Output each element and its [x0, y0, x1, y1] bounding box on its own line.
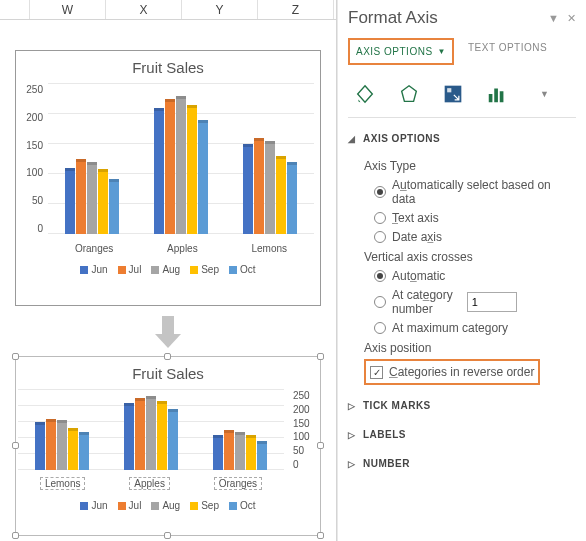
- close-icon[interactable]: ✕: [567, 12, 576, 25]
- row-header-spacer: [0, 0, 30, 19]
- section-labels[interactable]: ▷ LABELS: [348, 426, 576, 443]
- axis-type-label: Axis Type: [364, 159, 576, 173]
- spreadsheet-area: W X Y Z Fruit Sales 250200150100500 Oran…: [0, 0, 337, 541]
- col-header[interactable]: X: [106, 0, 182, 19]
- axis-position-label: Axis position: [364, 341, 576, 355]
- radio-automatic[interactable]: Automatic: [374, 269, 576, 283]
- col-header[interactable]: W: [30, 0, 106, 19]
- chevron-down-icon[interactable]: ▼: [438, 47, 446, 56]
- dropdown-icon[interactable]: ▼: [548, 12, 559, 25]
- chart-2[interactable]: Fruit Sales LemonsApplesOranges 25020015…: [15, 356, 321, 536]
- col-header[interactable]: Z: [258, 0, 334, 19]
- chart-legend[interactable]: JunJulAugSepOct: [16, 496, 320, 519]
- size-properties-icon[interactable]: [440, 81, 466, 107]
- chart-title[interactable]: Fruit Sales: [16, 51, 320, 80]
- format-axis-pane: Format Axis ▼ ✕ AXIS OPTIONS ▼ TEXT OPTI…: [337, 0, 586, 541]
- chevron-right-icon: ▷: [348, 430, 358, 440]
- section-axis-options[interactable]: ◢ AXIS OPTIONS: [348, 130, 576, 147]
- radio-icon: [374, 212, 386, 224]
- tab-text-options[interactable]: TEXT OPTIONS: [468, 38, 547, 65]
- chart-1[interactable]: Fruit Sales 250200150100500 OrangesApple…: [15, 50, 321, 306]
- radio-icon: [374, 186, 386, 198]
- radio-icon: [374, 270, 386, 282]
- col-header[interactable]: Y: [182, 0, 258, 19]
- radio-at-category-number[interactable]: At categorynumber: [374, 288, 576, 316]
- radio-text-axis[interactable]: Text axis: [374, 211, 576, 225]
- section-tick-marks[interactable]: ▷ TICK MARKS: [348, 397, 576, 414]
- checkbox-icon: ✓: [370, 366, 383, 379]
- tab-axis-options[interactable]: AXIS OPTIONS: [356, 42, 433, 61]
- chevron-down-icon[interactable]: ▼: [540, 89, 549, 99]
- svg-rect-4: [494, 89, 498, 103]
- effects-icon[interactable]: [396, 81, 422, 107]
- radio-auto-select[interactable]: Automatically select based on data: [374, 178, 576, 206]
- y-axis[interactable]: 250200150100500: [16, 80, 46, 260]
- svg-rect-2: [447, 88, 451, 92]
- column-headers: W X Y Z: [0, 0, 336, 20]
- chevron-right-icon: ▷: [348, 401, 358, 411]
- category-number-input[interactable]: [467, 292, 517, 312]
- y-axis[interactable]: 250200150100500: [290, 386, 320, 496]
- axis-options-icon[interactable]: [484, 81, 510, 107]
- radio-date-axis[interactable]: Date axis: [374, 230, 576, 244]
- svg-rect-3: [489, 94, 493, 102]
- arrow-down-icon: [155, 316, 181, 350]
- format-category-icons: ▼: [348, 71, 576, 118]
- chevron-right-icon: ▷: [348, 459, 358, 469]
- tab-axis-options-highlight: AXIS OPTIONS ▼: [348, 38, 454, 65]
- pane-title: Format Axis: [348, 8, 438, 28]
- reverse-order-highlight: ✓ Categories in reverse order: [364, 359, 540, 385]
- chart-title[interactable]: Fruit Sales: [16, 357, 320, 386]
- svg-marker-0: [402, 86, 417, 102]
- svg-rect-5: [500, 91, 504, 102]
- radio-icon: [374, 296, 386, 308]
- radio-icon: [374, 322, 386, 334]
- chevron-down-icon: ◢: [348, 134, 358, 144]
- checkbox-categories-reverse[interactable]: ✓ Categories in reverse order: [370, 365, 534, 379]
- chart-legend[interactable]: JunJulAugSepOct: [16, 260, 320, 283]
- radio-icon: [374, 231, 386, 243]
- vertical-axis-crosses-label: Vertical axis crosses: [364, 250, 576, 264]
- radio-at-maximum-category[interactable]: At maximum category: [374, 321, 576, 335]
- x-axis-labels[interactable]: OrangesApplesLemons: [48, 243, 314, 254]
- x-axis-labels-selected[interactable]: LemonsApplesOranges: [18, 477, 284, 490]
- fill-line-icon[interactable]: [352, 81, 378, 107]
- section-number[interactable]: ▷ NUMBER: [348, 455, 576, 472]
